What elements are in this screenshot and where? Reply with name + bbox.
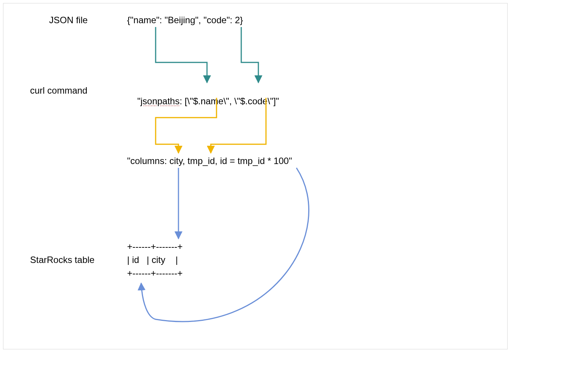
arrow-code-to-jsonpath (241, 27, 258, 83)
jsonpaths-content: "jsonpaths: [\"$.name\", \"$.code\"]" (127, 85, 279, 117)
label-json-file: JSON file (49, 15, 88, 25)
table-row: | id | city | (127, 255, 178, 265)
jsonpaths-prefix: " (137, 96, 141, 106)
columns-content: "columns: city, tmp_id, id = tmp_id * 10… (127, 156, 292, 166)
table-border-top: +------+-------+ (127, 241, 183, 252)
json-file-content: {"name": "Beijing", "code": 2} (127, 15, 243, 25)
jsonpaths-word: jsonpaths (140, 96, 180, 106)
label-curl-command: curl command (30, 85, 88, 96)
arrow-name-to-jsonpath (156, 27, 207, 83)
diagram-frame: JSON file curl command StarRocks table {… (3, 3, 508, 349)
arrows-svg (3, 3, 508, 350)
table-border-bottom: +------+-------+ (127, 268, 183, 279)
jsonpaths-suffix: : [\"$.name\", \"$.code\"]" (180, 96, 279, 106)
label-starrocks-table: StarRocks table (30, 255, 94, 265)
